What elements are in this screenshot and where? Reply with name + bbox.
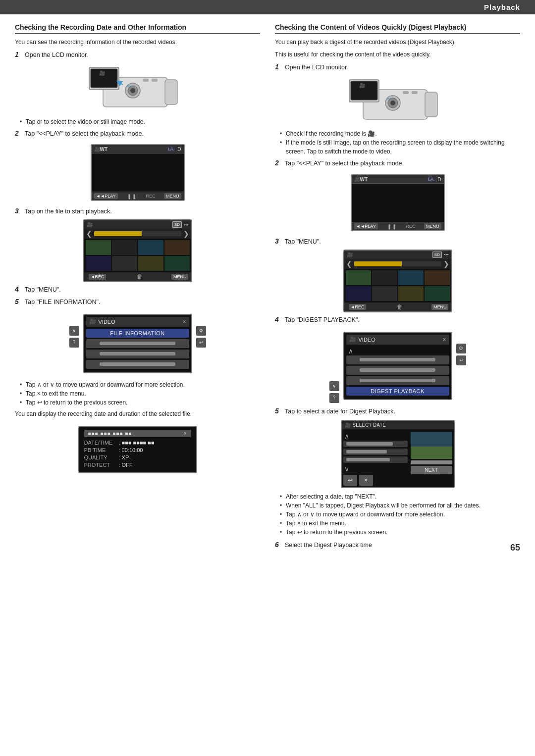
date-item2-bar bbox=[346, 450, 387, 454]
right-step1: 1 Open the LCD monitor. bbox=[275, 63, 520, 72]
thumb-cell[interactable] bbox=[112, 256, 137, 271]
up-arrow-icon[interactable]: ∧ bbox=[348, 347, 353, 355]
thumb-cell[interactable] bbox=[86, 256, 111, 271]
pbtime-row: PB TIME : 00:10:00 bbox=[84, 447, 191, 453]
right-thumb-cell[interactable] bbox=[346, 270, 371, 285]
right-right-arrow-btn[interactable]: ❯ bbox=[443, 260, 449, 268]
pbtime-value: : 00:10:00 bbox=[119, 447, 143, 453]
gear-icon-btn[interactable]: ⚙ bbox=[196, 326, 206, 336]
thumb-cell[interactable] bbox=[164, 240, 190, 255]
thumb-cell[interactable] bbox=[138, 240, 163, 255]
digest-left-icons: ∨ ? bbox=[329, 381, 339, 403]
thumbnail-lcd-wrap: 🎥 SD ▪▪▪ ❮ ❯ bbox=[15, 219, 260, 282]
file-info-menu-item[interactable]: FILE INFORMATION bbox=[86, 329, 189, 338]
left-column: Checking the Recording Date and Other In… bbox=[15, 23, 260, 553]
select-date-body: ∧ ∨ bbox=[342, 430, 454, 487]
right-sd-badge: SD bbox=[432, 252, 442, 258]
file-info-close[interactable]: × bbox=[184, 431, 187, 436]
right-trash-icon[interactable]: 🗑 bbox=[397, 303, 403, 310]
rec-btn-thumb[interactable]: ◄REC bbox=[89, 274, 107, 280]
lcd-screen-playback-mode: 🎥 WT i.A. D ◄◄PLAY ❚❚ REC MENU bbox=[91, 144, 185, 201]
trash-icon[interactable]: 🗑 bbox=[137, 273, 143, 280]
right-menu-btn-thumb[interactable]: MENU bbox=[431, 304, 449, 310]
right-play-btn[interactable]: ◄◄PLAY bbox=[354, 223, 378, 229]
thumb-cell[interactable] bbox=[112, 240, 137, 255]
thumb-cell[interactable] bbox=[164, 256, 190, 271]
select-date-back-btn[interactable]: ↩ bbox=[343, 475, 357, 486]
select-date-btns: ↩ × bbox=[343, 475, 408, 486]
back-icon-btn[interactable]: ↩ bbox=[196, 338, 206, 348]
svg-rect-19 bbox=[425, 92, 437, 117]
digest-down-icon[interactable]: ∨ bbox=[329, 381, 339, 391]
digest-gear-icon[interactable]: ⚙ bbox=[456, 344, 466, 353]
right-thumb-cell[interactable] bbox=[346, 286, 371, 301]
right-left-arrow-btn[interactable]: ❮ bbox=[346, 260, 352, 268]
select-date-item2[interactable] bbox=[343, 449, 408, 455]
right-arrow-btn[interactable]: ❯ bbox=[183, 230, 189, 238]
select-date-screen: 🎥 SELECT DATE ∧ bbox=[341, 420, 455, 488]
bullet-exit: Tap × to exit the menu. bbox=[20, 389, 260, 398]
right-step4-num: 4 bbox=[275, 315, 285, 323]
play-button-lcd[interactable]: ◄◄PLAY bbox=[94, 193, 118, 199]
thumb-cell[interactable] bbox=[138, 256, 163, 271]
right-thumb-cell[interactable] bbox=[398, 286, 424, 301]
select-date-item3[interactable] bbox=[343, 456, 408, 463]
digest-video-cam: 🎥 bbox=[349, 336, 356, 343]
right-section-title: Checking the Content of Videos Quickly (… bbox=[275, 23, 520, 34]
help-icon-btn[interactable]: ? bbox=[69, 338, 79, 348]
step1-text: Open the LCD monitor. bbox=[25, 50, 260, 60]
timeline-bar bbox=[94, 231, 181, 236]
date-time-label: DATE/TIME bbox=[84, 440, 119, 446]
right-rec-btn-thumb[interactable]: ◄REC bbox=[349, 304, 367, 310]
quality-value: : XP bbox=[119, 454, 129, 460]
quality-label: QUALITY bbox=[84, 454, 119, 460]
right-thumb-cell[interactable] bbox=[425, 270, 450, 285]
right-lcd-screen-2-wrap: 🎥 WT i.A. D ◄◄PLAY ❚❚ REC MENU bbox=[275, 171, 520, 234]
right-thumb-cell[interactable] bbox=[398, 270, 424, 285]
digest-back-icon[interactable]: ↩ bbox=[456, 355, 466, 365]
page-number: 65 bbox=[510, 543, 520, 553]
svg-rect-10 bbox=[152, 79, 158, 82]
ia-label: i.A. bbox=[167, 146, 175, 152]
menu-btn-thumb[interactable]: MENU bbox=[171, 274, 189, 280]
rec-text: REC bbox=[146, 194, 156, 199]
select-date-down-icon[interactable]: ∨ bbox=[344, 465, 349, 473]
pbtime-label: PB TIME bbox=[84, 447, 119, 453]
svg-rect-21 bbox=[412, 91, 418, 94]
thumb-cell[interactable] bbox=[86, 240, 111, 255]
right-thumb-cell[interactable] bbox=[372, 286, 397, 301]
page-container: Playback Checking the Recording Date and… bbox=[0, 0, 535, 563]
down-icon-btn[interactable]: ∨ bbox=[69, 326, 79, 336]
select-date-up-icon[interactable]: ∧ bbox=[344, 432, 349, 440]
digest-menu-close[interactable]: × bbox=[442, 336, 446, 343]
file-info-display-wrap: ■■■ ■■■ ■■■ ■■ × DATE/TIME : ■■■ ■■■■ ■■… bbox=[15, 422, 260, 477]
digest-help-icon[interactable]: ? bbox=[329, 393, 339, 403]
right-menu-btn[interactable]: MENU bbox=[424, 223, 441, 229]
date-item1-bar bbox=[346, 442, 393, 446]
right-step4: 4 Tap "DIGEST PLAYBACK". bbox=[275, 315, 520, 325]
left-step1: 1 Open the LCD monitor. bbox=[15, 50, 260, 60]
right-thumb-cell[interactable] bbox=[372, 270, 397, 285]
right-step5-text: Tap to select a date for Digest Playback… bbox=[285, 407, 520, 416]
next-button[interactable]: NEXT bbox=[411, 466, 452, 474]
right-ia-label: i.A. bbox=[427, 176, 435, 182]
menu-close-btn[interactable]: × bbox=[182, 318, 186, 325]
digest-playback-menu-item[interactable]: DIGEST PLAYBACK bbox=[346, 387, 449, 396]
select-date-item1[interactable] bbox=[343, 441, 408, 447]
lcd-top-bar: 🎥 WT i.A. D bbox=[92, 145, 184, 153]
select-date-close-btn[interactable]: × bbox=[359, 475, 373, 486]
menu-button-lcd[interactable]: MENU bbox=[164, 193, 181, 199]
file-info-title-text: ■■■ ■■■ ■■■ ■■ bbox=[88, 431, 132, 436]
select-date-title-bar: 🎥 SELECT DATE bbox=[342, 421, 454, 429]
left-arrow-btn[interactable]: ❮ bbox=[86, 230, 92, 238]
right-thumb-cell[interactable] bbox=[425, 286, 450, 301]
step3-num: 3 bbox=[15, 207, 25, 215]
svg-text:←: ← bbox=[385, 93, 394, 103]
right-timeline-fill bbox=[354, 261, 402, 266]
bullet-return: Tap ↩ to return to the previous screen. bbox=[20, 398, 260, 407]
digest-gray-bar-2 bbox=[360, 368, 436, 372]
d-label: D bbox=[177, 147, 181, 152]
camera-illustration-1: 🎥 bbox=[88, 64, 187, 113]
date-item3-bar bbox=[346, 458, 390, 461]
main-content: Checking the Recording Date and Other In… bbox=[0, 14, 535, 563]
